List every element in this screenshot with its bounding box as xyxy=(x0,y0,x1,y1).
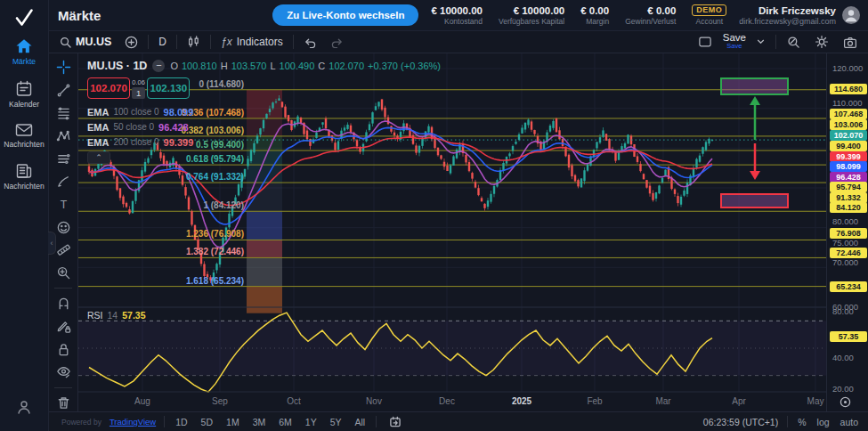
sidebar-item-nachrichten-news[interactable]: Nachrichten xyxy=(0,163,48,191)
tradingview-link[interactable]: TradingView xyxy=(110,417,156,427)
indicators-button[interactable]: ƒx Indicators xyxy=(217,34,287,50)
sidebar-item-nachrichten-mail[interactable]: Nachrichten xyxy=(0,123,48,149)
stat-value: € 10000.00 xyxy=(514,5,565,16)
save-menu-button[interactable] xyxy=(753,37,768,46)
auto-scale-button[interactable]: auto xyxy=(840,417,859,427)
time-axis-label: 2025 xyxy=(512,396,532,406)
price-axis-label: 57.35 xyxy=(830,331,867,342)
high-value: 103.570 xyxy=(231,61,267,71)
fib-retracement-icon xyxy=(56,106,71,121)
hide-drawings-tool[interactable] xyxy=(53,363,74,381)
sidebar-item-maerkte[interactable]: Märkte xyxy=(0,38,48,66)
range-all-button[interactable]: All xyxy=(353,417,369,427)
interval-button[interactable]: D xyxy=(155,34,170,50)
quick-search-button[interactable] xyxy=(783,34,804,51)
rsi-legend[interactable]: RSI 14 57.35 xyxy=(87,310,145,321)
undo-button[interactable] xyxy=(300,35,320,50)
profile-icon[interactable] xyxy=(16,399,32,419)
low-value: 100.490 xyxy=(280,61,315,71)
emoji-icon xyxy=(56,220,71,235)
account-menu[interactable]: Dirk Friczewsky dirk.friczewsky@gmail.co… xyxy=(739,5,861,26)
buy-button[interactable]: 102.130 xyxy=(147,77,190,99)
fib-retracement-tool[interactable] xyxy=(53,104,74,122)
price-axis-label: 120.000 xyxy=(832,63,863,73)
range-1y-button[interactable]: 1Y xyxy=(303,417,320,427)
time-axis-label: Nov xyxy=(366,396,382,406)
session-clock[interactable]: 06:23:59 (UTC+1) xyxy=(703,417,778,427)
search-icon xyxy=(60,37,71,48)
home-icon xyxy=(15,38,33,54)
log-scale-button[interactable]: log xyxy=(816,417,831,427)
symbol-search-button[interactable]: MU.US xyxy=(56,34,115,50)
legend-collapse-button[interactable]: − xyxy=(152,60,165,72)
quick-search-icon xyxy=(787,36,800,49)
sidebar-item-kalender[interactable]: Kalender xyxy=(0,80,48,109)
chart-region: T ‹ AugSepOctNovDec2025FebMarAprMay MU. xyxy=(49,53,868,411)
drawing-mode-tool[interactable] xyxy=(53,318,74,336)
price-axis-label: 65.234 xyxy=(830,281,867,292)
range-5y-button[interactable]: 5Y xyxy=(328,417,345,427)
fib-level-label: 1.236 (76.908) xyxy=(78,229,244,239)
sell-button[interactable]: 102.070 xyxy=(87,77,130,99)
goto-date-button[interactable] xyxy=(385,413,406,431)
lock-all-tool[interactable] xyxy=(53,340,74,358)
switch-to-live-button[interactable]: Zu Live-Konto wechseln xyxy=(272,4,418,26)
zoom-in-tool[interactable] xyxy=(53,264,74,281)
range-1m-button[interactable]: 1M xyxy=(223,417,242,427)
range-3m-button[interactable]: 3M xyxy=(250,417,269,427)
price-axis-label: 70.000 xyxy=(832,257,858,267)
timezone-clock-icon[interactable] xyxy=(840,395,851,411)
divider xyxy=(54,387,72,388)
magnet-tool[interactable] xyxy=(53,295,74,313)
chart-style-button[interactable] xyxy=(183,33,204,51)
calendar-icon xyxy=(15,80,33,97)
text-tool[interactable]: T xyxy=(53,196,74,214)
fx-icon: ƒx xyxy=(221,36,232,48)
mail-icon xyxy=(15,123,33,137)
indicator-name: EMA xyxy=(87,137,109,148)
divider xyxy=(176,35,177,49)
stat-gewinn-verlust: € 0.00 Gewinn/Verlust xyxy=(625,5,676,26)
sidebar-collapse-handle[interactable]: ‹ xyxy=(48,232,56,255)
low-label: L xyxy=(270,61,275,71)
pattern-tool[interactable] xyxy=(53,127,74,145)
indicator-row-ema100[interactable]: EMA 100 close 0 98.099 xyxy=(87,104,441,119)
stat-label: Margin xyxy=(586,17,609,26)
range-1d-button[interactable]: 1D xyxy=(173,417,190,427)
quantity-field[interactable]: 1 xyxy=(132,87,145,99)
indicator-row-ema50[interactable]: EMA 50 close 0 96.428 xyxy=(87,119,441,134)
brush-tool[interactable] xyxy=(53,173,74,191)
layout-square-icon xyxy=(698,36,712,48)
compare-add-button[interactable] xyxy=(121,34,142,51)
time-axis[interactable]: AugSepOctNovDec2025FebMarAprMay xyxy=(134,396,823,406)
layout-button[interactable] xyxy=(694,34,716,50)
save-button[interactable]: Save Save xyxy=(723,33,746,51)
stat-label: Kontostand xyxy=(444,17,483,26)
indicator-name: EMA xyxy=(87,107,109,118)
indicator-row-ema200[interactable]: EMA 200 close 0 99.399 xyxy=(87,134,441,150)
position-tool[interactable] xyxy=(53,150,74,167)
chart-canvas[interactable]: AugSepOctNovDec2025FebMarAprMay MU.US · … xyxy=(78,53,826,411)
crosshair-tool[interactable] xyxy=(53,59,74,77)
sidebar-item-label: Nachrichten xyxy=(4,182,44,191)
screenshot-button[interactable] xyxy=(840,34,861,51)
trendline-tool[interactable] xyxy=(53,82,74,100)
stat-value: € 0.00 xyxy=(647,5,676,16)
indicator-value: 99.399 xyxy=(164,137,194,148)
app-window: Märkte Kalender Nachrichten Nachrichten … xyxy=(0,0,868,431)
remove-drawings-tool[interactable] xyxy=(53,394,74,412)
legend-symbol[interactable]: MU.US · 1D xyxy=(87,60,147,72)
percent-scale-button[interactable]: % xyxy=(797,417,807,427)
sidebar-item-label: Kalender xyxy=(9,100,39,109)
emoji-tool[interactable] xyxy=(53,218,74,236)
powered-by-label: Powered by xyxy=(61,418,101,427)
price-axis-label: 110.000 xyxy=(832,98,863,108)
settings-button[interactable] xyxy=(811,33,832,51)
rsi-name: RSI xyxy=(87,310,103,321)
legend-collapse-chevron[interactable]: ⌃ xyxy=(87,151,110,164)
range-6m-button[interactable]: 6M xyxy=(276,417,295,427)
range-5d-button[interactable]: 5D xyxy=(199,417,215,427)
lock-icon xyxy=(56,342,71,357)
price-axis[interactable]: 120.000114.680110.000107.468103.006102.0… xyxy=(826,53,868,411)
redo-button[interactable] xyxy=(327,35,347,50)
